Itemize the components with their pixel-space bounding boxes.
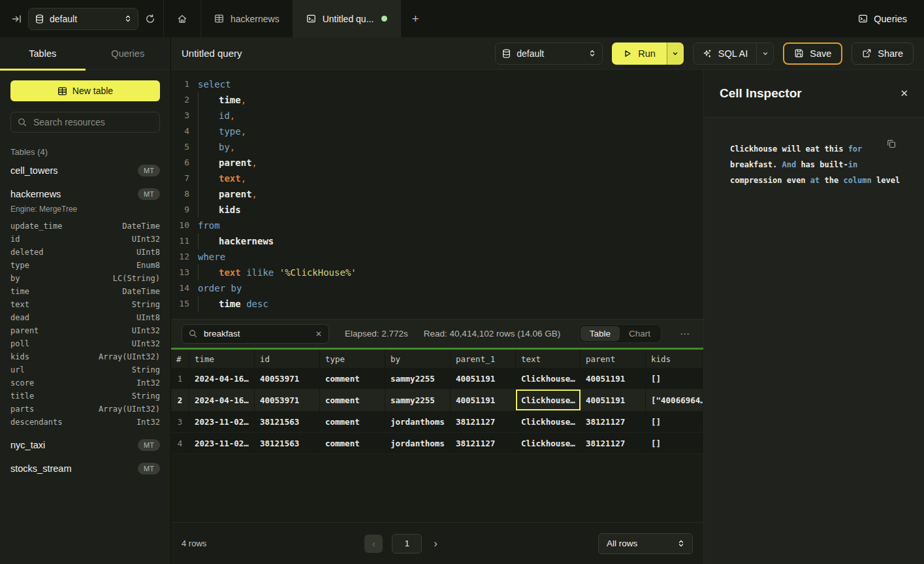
table-cell[interactable]: 40051191	[451, 390, 516, 410]
query-database-selector[interactable]: default	[495, 42, 603, 65]
table-cell[interactable]: 38121127	[581, 411, 646, 432]
terminal-icon	[306, 14, 316, 24]
table-cell[interactable]: 38121563	[255, 411, 320, 432]
column-header[interactable]: text	[516, 350, 581, 368]
code-content: kids	[198, 202, 241, 218]
column-row[interactable]: titleString	[10, 390, 160, 403]
column-row[interactable]: update_timeDateTime	[10, 220, 160, 233]
sidebar-table-item[interactable]: nyc_taxiMT	[10, 435, 160, 455]
table-cell[interactable]: sammy2255	[385, 368, 451, 389]
copy-icon[interactable]	[886, 139, 897, 149]
run-options-chevron[interactable]	[667, 42, 684, 65]
column-row[interactable]: kidsArray(UInt32)	[10, 350, 160, 363]
clear-search-icon[interactable]: ✕	[315, 329, 322, 339]
table-cell[interactable]: 40051191	[581, 390, 646, 410]
save-button[interactable]: Save	[783, 42, 842, 65]
column-row[interactable]: byLC(String)	[10, 272, 160, 285]
table-cell[interactable]: jordanthoms	[385, 433, 451, 454]
table-cell[interactable]: []	[646, 433, 703, 454]
column-header[interactable]: time	[189, 350, 255, 368]
table-cell[interactable]: comment	[320, 411, 385, 432]
sidebar-table-item[interactable]: stocks_streamMT	[10, 459, 160, 478]
column-row[interactable]: typeEnum8	[10, 259, 160, 272]
table-cell[interactable]: comment	[320, 433, 385, 454]
column-header[interactable]: kids	[646, 350, 703, 368]
collapse-sidebar-icon[interactable]	[12, 14, 22, 24]
column-header[interactable]: type	[320, 350, 385, 368]
queries-button[interactable]: Queries	[841, 0, 924, 37]
run-button-main[interactable]: Run	[612, 42, 667, 65]
column-header[interactable]: parent_1	[451, 350, 516, 368]
table-cell[interactable]: sammy2255	[385, 390, 451, 410]
inspector-text-segment: the	[820, 176, 843, 185]
view-toggle-table[interactable]: Table	[581, 326, 620, 341]
table-cell[interactable]: 40053971	[255, 390, 320, 410]
sql-ai-options-chevron[interactable]	[756, 43, 773, 64]
column-header[interactable]: parent	[581, 350, 646, 368]
sidebar-table-item[interactable]: hackernewsMT	[10, 184, 160, 204]
table-cell[interactable]: 38121563	[255, 433, 320, 454]
table-cell[interactable]: comment	[320, 390, 385, 410]
tab-hackernews[interactable]: hackernews	[201, 0, 293, 37]
table-cell[interactable]: 40053971	[255, 368, 320, 389]
next-page-button[interactable]: ›	[431, 537, 440, 550]
column-row[interactable]: urlString	[10, 363, 160, 376]
sql-ai-button[interactable]: SQL AI	[693, 42, 774, 65]
column-header[interactable]: #	[171, 350, 189, 368]
sql-ai-main[interactable]: SQL AI	[693, 43, 756, 64]
column-row[interactable]: scoreInt32	[10, 376, 160, 390]
column-type: UInt32	[132, 339, 160, 348]
column-row[interactable]: descendantsInt32	[10, 416, 160, 429]
table-cell[interactable]: 2023-11-02…	[189, 411, 255, 432]
current-page-indicator[interactable]: 1	[392, 534, 422, 554]
column-row[interactable]: partsArray(UInt32)	[10, 403, 160, 416]
table-cell[interactable]: 40051191	[451, 368, 516, 389]
close-icon[interactable]: ✕	[900, 88, 908, 99]
previous-page-button[interactable]: ‹	[364, 535, 383, 553]
sidebar-table-item[interactable]: cell_towersMT	[10, 161, 160, 180]
table-cell[interactable]: 2024-04-16…	[189, 390, 255, 410]
results-search-input[interactable]	[202, 328, 310, 339]
column-row[interactable]: parentUInt32	[10, 324, 160, 337]
sql-editor[interactable]: 1select2time,3id,4type,5by,6parent,7text…	[171, 70, 703, 319]
table-cell[interactable]: ["40066964…	[646, 390, 703, 410]
more-options-icon[interactable]: ⋯	[677, 328, 693, 340]
topbar-database-selector[interactable]: default	[28, 8, 138, 30]
page-size-selector[interactable]: All rows	[598, 533, 693, 554]
table-cell[interactable]: 2024-04-16…	[189, 368, 255, 389]
column-row[interactable]: deadUInt8	[10, 311, 160, 324]
table-cell[interactable]: comment	[320, 368, 385, 389]
column-row[interactable]: deletedUInt8	[10, 246, 160, 259]
column-row[interactable]: textString	[10, 298, 160, 311]
table-cell[interactable]: Clickhouse…	[516, 411, 581, 432]
table-cell[interactable]: 2023-11-02…	[189, 433, 255, 454]
new-tab-button[interactable]: +	[401, 0, 430, 37]
refresh-icon[interactable]	[145, 14, 155, 24]
table-cell[interactable]: jordanthoms	[385, 411, 451, 432]
column-row[interactable]: pollUInt32	[10, 337, 160, 350]
table-cell[interactable]: []	[646, 411, 703, 432]
column-row[interactable]: timeDateTime	[10, 285, 160, 298]
search-resources-input[interactable]	[32, 116, 153, 128]
topbar: default hackernews	[0, 0, 924, 37]
tab-untitled-query[interactable]: Untitled qu...	[293, 0, 402, 37]
share-button[interactable]: Share	[852, 42, 914, 65]
column-header[interactable]: by	[385, 350, 451, 368]
new-table-button[interactable]: New table	[10, 80, 160, 101]
column-row[interactable]: idUInt32	[10, 233, 160, 246]
table-cell[interactable]: 38121127	[451, 433, 516, 454]
table-cell[interactable]: 40051191	[581, 368, 646, 389]
table-cell[interactable]: []	[646, 368, 703, 389]
table-cell[interactable]: Clickhouse…	[516, 433, 581, 454]
run-button[interactable]: Run	[612, 42, 684, 65]
table-cell[interactable]: 38121127	[581, 433, 646, 454]
table-cell[interactable]: Clickhouse…	[516, 368, 581, 389]
column-header[interactable]: id	[255, 350, 320, 368]
sidebar-tab-queries[interactable]: Queries	[86, 37, 171, 69]
table-cell[interactable]: Clickhouse…	[516, 390, 581, 410]
share-label: Share	[878, 48, 903, 59]
view-toggle-chart[interactable]: Chart	[620, 326, 660, 341]
sidebar-tab-tables[interactable]: Tables	[0, 37, 86, 69]
tab-home[interactable]	[163, 0, 201, 37]
table-cell[interactable]: 38121127	[451, 411, 516, 432]
